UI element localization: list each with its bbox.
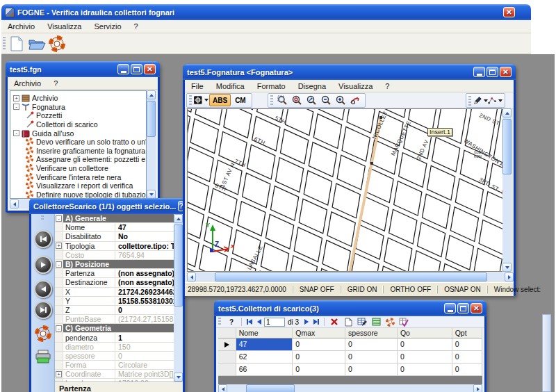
table-cell[interactable]: 0 bbox=[452, 338, 482, 351]
table-cell[interactable]: 62 bbox=[236, 351, 293, 364]
property-row[interactable]: PuntoBase(21724.27,15158.55,0.00 bbox=[55, 315, 178, 324]
property-row[interactable]: Nome47 bbox=[55, 223, 178, 232]
main-menu-item-archivio[interactable]: Archivio bbox=[1, 20, 41, 33]
tree-item[interactable]: Assegnare gli elementi: pozzetti e colle bbox=[10, 155, 146, 164]
map-scroll-left[interactable] bbox=[187, 272, 196, 281]
tree-minimize-button[interactable] bbox=[117, 64, 129, 74]
record-prev-button-table[interactable] bbox=[254, 318, 264, 327]
draw-pencil-button[interactable] bbox=[473, 95, 488, 107]
map-menu-item-modifica[interactable]: Modifica bbox=[210, 80, 251, 92]
collapse-minus-icon[interactable]: - bbox=[56, 261, 62, 268]
expand-plus-icon[interactable]: + bbox=[56, 243, 62, 249]
column-header[interactable]: spessore bbox=[345, 328, 398, 338]
tree-maximize-button[interactable] bbox=[131, 64, 142, 74]
edit-nodes-button[interactable] bbox=[488, 95, 502, 107]
status-ortho[interactable]: ORTHO OFF bbox=[383, 286, 437, 293]
zoom-window-button[interactable] bbox=[275, 94, 290, 106]
abs-toggle-button[interactable]: ABS bbox=[209, 94, 231, 106]
tree-scroll-left[interactable] bbox=[10, 199, 19, 209]
property-value[interactable]: 15158.5538103017 bbox=[115, 297, 178, 305]
table-cell[interactable]: 0 bbox=[452, 351, 482, 364]
property-value[interactable]: 1 bbox=[115, 333, 178, 341]
tree-item[interactable]: -Guida all'uso bbox=[10, 129, 146, 138]
cm-toggle-button[interactable]: CM bbox=[231, 94, 250, 106]
table-cell[interactable]: 0 bbox=[345, 351, 398, 364]
help-button[interactable] bbox=[47, 35, 66, 52]
map-insert-label[interactable]: Insert.1 bbox=[427, 128, 452, 136]
print-button[interactable] bbox=[35, 350, 51, 364]
property-row[interactable]: diametro150 bbox=[55, 343, 178, 352]
property-value[interactable]: (non assegnato) bbox=[115, 269, 178, 277]
map-hscroll-thumb[interactable] bbox=[215, 272, 487, 281]
collapse-minus-icon[interactable]: - bbox=[13, 104, 19, 110]
row-selector[interactable] bbox=[218, 351, 236, 364]
verify-button[interactable] bbox=[398, 316, 410, 327]
map-menu-item-visualizza[interactable]: Visualizza bbox=[332, 80, 379, 92]
table-toolbar-handle[interactable] bbox=[218, 318, 221, 326]
main-menu-item-visualizza[interactable]: Visualizza bbox=[41, 20, 88, 33]
tree-close-button[interactable]: ✕ bbox=[144, 64, 156, 74]
expand-plus-icon[interactable]: + bbox=[56, 371, 62, 377]
property-row[interactable]: Costo7654.94 bbox=[55, 251, 178, 260]
map-menu-item-[interactable]: ? bbox=[379, 80, 395, 92]
property-value[interactable]: 150 bbox=[115, 343, 178, 351]
property-row[interactable]: spessore0 bbox=[55, 352, 178, 361]
status-grid[interactable]: GRID ON bbox=[341, 286, 384, 293]
property-value[interactable]: (21724.27,15158.55,0.00 bbox=[115, 315, 178, 323]
property-value[interactable]: No bbox=[115, 232, 178, 240]
record-previous-button[interactable] bbox=[34, 280, 52, 298]
tree-scroll-thumb[interactable] bbox=[147, 101, 156, 137]
collapse-minus-icon[interactable]: - bbox=[56, 215, 62, 222]
property-row[interactable]: Destinazione(non assegnato) bbox=[55, 278, 178, 287]
column-header[interactable]: Nome bbox=[236, 328, 293, 338]
record-first-button[interactable] bbox=[34, 230, 52, 248]
table-titlebar[interactable]: test5.Collettori di scarico(3) ✕ bbox=[214, 300, 486, 316]
table-maximize-button[interactable] bbox=[457, 303, 469, 313]
table-cell[interactable]: 0 bbox=[345, 364, 398, 376]
main-menu-item-servizio[interactable]: Servizio bbox=[88, 20, 127, 33]
property-row[interactable]: pendenza1 bbox=[55, 333, 178, 342]
properties-scroll-up[interactable] bbox=[174, 214, 183, 223]
expand-plus-icon[interactable]: + bbox=[13, 95, 19, 101]
zoom-in-button[interactable] bbox=[334, 94, 348, 106]
property-value[interactable]: 21724.2692344622 bbox=[115, 288, 178, 296]
record-first-button-table[interactable] bbox=[245, 318, 254, 327]
column-header[interactable]: Qo bbox=[398, 328, 452, 338]
target-dropdown-arrow[interactable] bbox=[204, 99, 208, 101]
property-row[interactable]: Partenza(non assegnato) bbox=[55, 269, 178, 278]
mdi-scroll-strip[interactable] bbox=[542, 314, 551, 392]
table-cell[interactable]: 0 bbox=[293, 364, 345, 376]
tree-scroll-up[interactable] bbox=[147, 90, 156, 99]
map-scroll-right[interactable] bbox=[505, 272, 514, 281]
new-record-button[interactable] bbox=[342, 316, 354, 327]
tree-menu-item-[interactable]: ? bbox=[47, 77, 64, 90]
tree-item[interactable]: +Archivio bbox=[10, 94, 146, 103]
property-value[interactable]: Matrice point3D[] bbox=[115, 370, 178, 378]
column-header[interactable]: Qmax bbox=[293, 328, 345, 338]
zoom-out-button[interactable] bbox=[319, 94, 334, 106]
delete-record-button[interactable] bbox=[328, 316, 341, 327]
record-number-input[interactable] bbox=[264, 318, 285, 327]
coordinate-target-button[interactable] bbox=[194, 94, 208, 106]
table-cell[interactable]: 47 bbox=[236, 338, 293, 351]
record-next-button[interactable] bbox=[34, 256, 52, 274]
table-cell[interactable]: 0 bbox=[345, 338, 398, 351]
table-cell[interactable]: 0 bbox=[398, 351, 452, 364]
property-value[interactable]: collettore.tipo: Tubaz bbox=[115, 242, 178, 250]
property-row[interactable]: +CoordinateMatrice point3D[] bbox=[55, 370, 178, 379]
tree-menu-item-archivio[interactable]: Archivio bbox=[8, 77, 47, 90]
tree-item[interactable]: Collettori di scarico bbox=[10, 120, 146, 129]
property-value[interactable]: 0 bbox=[115, 306, 178, 314]
table-cell[interactable]: 0 bbox=[398, 364, 452, 376]
table-cell[interactable]: 66 bbox=[236, 364, 293, 376]
map-hscrollbar[interactable] bbox=[187, 272, 514, 281]
tree-item[interactable]: Verificare un collettore bbox=[10, 164, 146, 173]
property-row[interactable]: Z0 bbox=[55, 306, 178, 315]
property-section-row[interactable]: -B) Posizione bbox=[55, 260, 178, 269]
map-canvas[interactable]: 5TH6TH7TH8TH1ST AV NNICOLLETMARQUETTE2ND… bbox=[187, 108, 506, 272]
edit-grid-button[interactable] bbox=[356, 316, 368, 327]
table-scroll-right[interactable] bbox=[473, 384, 482, 392]
status-osnap[interactable]: OSNAP ON bbox=[437, 286, 487, 293]
property-section-row[interactable]: -A) Generale bbox=[55, 214, 178, 223]
collapse-minus-icon[interactable]: - bbox=[13, 130, 19, 136]
